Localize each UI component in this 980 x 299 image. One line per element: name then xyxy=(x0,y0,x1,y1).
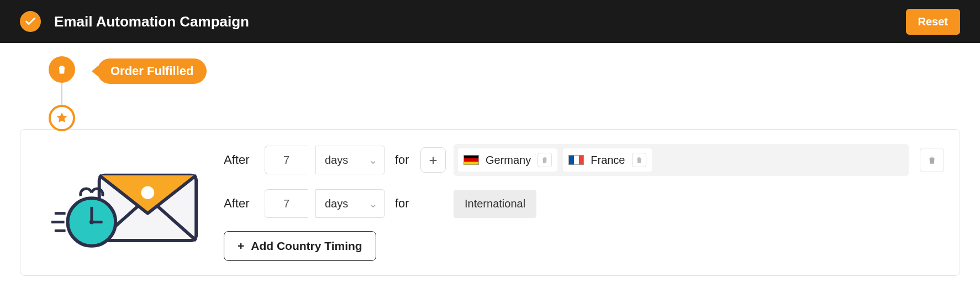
country-name: Germany xyxy=(486,154,531,167)
add-country-timing-button[interactable]: + Add Country Timing xyxy=(224,231,376,261)
delay-value-input[interactable] xyxy=(265,146,308,174)
timing-row: After days ⌄ for + Germany xyxy=(224,144,944,176)
country-chip-germany[interactable]: Germany xyxy=(458,148,557,172)
country-name: France xyxy=(591,154,625,167)
reset-button[interactable]: Reset xyxy=(906,9,960,35)
svg-point-1 xyxy=(141,186,155,199)
delay-value-input[interactable] xyxy=(265,189,308,218)
page-title: Email Automation Campaign xyxy=(54,13,249,30)
for-label: for xyxy=(395,196,413,211)
remove-country-button[interactable] xyxy=(632,153,646,167)
timeline-connector xyxy=(61,83,62,105)
delay-unit-select[interactable]: days ⌄ xyxy=(315,189,385,218)
germany-flag-icon xyxy=(463,155,479,165)
delay-unit-value: days xyxy=(325,154,348,167)
star-icon xyxy=(55,111,69,125)
remove-country-button[interactable] xyxy=(538,153,552,167)
for-label: for xyxy=(395,153,413,167)
country-chip-france[interactable]: France xyxy=(563,148,651,172)
step-node[interactable] xyxy=(49,105,75,131)
timing-rows: After days ⌄ for + Germany xyxy=(224,144,944,261)
trash-icon xyxy=(927,155,937,165)
trigger-badge[interactable]: Order Fulfilled xyxy=(97,58,207,84)
timeline xyxy=(49,56,75,131)
plus-icon: + xyxy=(238,239,244,253)
add-country-timing-label: Add Country Timing xyxy=(251,239,362,253)
add-country-button[interactable]: + xyxy=(420,147,446,173)
email-step-card: After days ⌄ for + Germany xyxy=(20,129,960,276)
timing-row: After days ⌄ for International xyxy=(224,189,944,218)
status-check-icon xyxy=(20,11,41,32)
workflow-canvas: Order Fulfilled xyxy=(0,43,980,289)
delay-unit-select[interactable]: days ⌄ xyxy=(315,146,385,174)
delay-unit-value: days xyxy=(325,197,348,210)
chevron-down-icon: ⌄ xyxy=(368,197,378,210)
after-label: After xyxy=(224,153,257,167)
trash-icon xyxy=(541,156,549,164)
trash-icon xyxy=(635,156,643,164)
email-timing-illustration-icon xyxy=(36,144,202,261)
trash-icon xyxy=(56,63,67,76)
countries-container: Germany France xyxy=(454,144,909,176)
france-flag-icon xyxy=(568,155,584,165)
delete-row-button[interactable] xyxy=(920,148,944,172)
delete-trigger-button[interactable] xyxy=(49,56,75,83)
international-scope-chip: International xyxy=(454,190,536,218)
chevron-down-icon: ⌄ xyxy=(368,153,378,167)
after-label: After xyxy=(224,196,257,211)
app-header: Email Automation Campaign Reset xyxy=(0,0,980,43)
